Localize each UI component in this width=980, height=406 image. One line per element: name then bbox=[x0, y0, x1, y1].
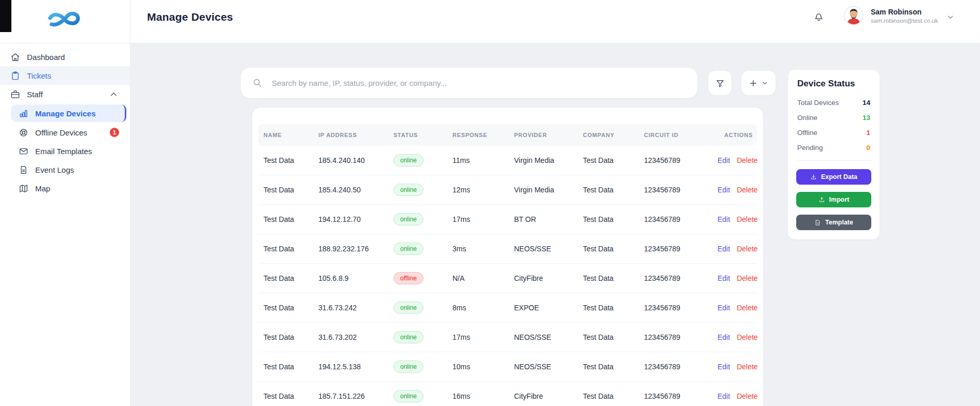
chevron-down-icon bbox=[762, 80, 768, 86]
table-row: Test Data185.4.240.50online12msVirgin Me… bbox=[258, 175, 757, 205]
sidebar-item-offline-devices[interactable]: Offline Devices1 bbox=[0, 123, 130, 142]
table-row: Test Data188.92.232.176online3msNEOS/SSE… bbox=[258, 234, 757, 264]
add-device-button[interactable] bbox=[741, 71, 776, 95]
home-icon bbox=[10, 52, 20, 62]
search-input[interactable] bbox=[272, 68, 686, 98]
sidebar-item-email-templates[interactable]: Email Templates bbox=[0, 142, 130, 160]
delete-link[interactable]: Delete bbox=[737, 392, 757, 400]
status-cell: online bbox=[393, 390, 452, 402]
company: Test Data bbox=[583, 245, 644, 253]
search-icon bbox=[252, 78, 262, 88]
stat-row-pending: Pending0 bbox=[797, 144, 870, 152]
column-header-company: COMPANY bbox=[583, 132, 644, 138]
filter-button[interactable] bbox=[708, 71, 732, 95]
sidebar-item-label: Offline Devices bbox=[35, 128, 87, 137]
panel-buttons: Export DataImportTemplate bbox=[796, 169, 871, 230]
edit-link[interactable]: Edit bbox=[718, 156, 730, 164]
delete-link[interactable]: Delete bbox=[737, 215, 757, 223]
sidebar-item-label: Staff bbox=[27, 90, 43, 99]
device-name: Test Data bbox=[264, 304, 318, 312]
delete-link[interactable]: Delete bbox=[737, 156, 757, 164]
response-time: 12ms bbox=[452, 186, 514, 194]
stat-label: Online bbox=[797, 114, 817, 122]
edit-link[interactable]: Edit bbox=[718, 215, 730, 223]
actions-cell: EditDelete bbox=[718, 304, 762, 312]
circuit-id: 123456789 bbox=[644, 156, 718, 164]
actions-cell: EditDelete bbox=[718, 245, 762, 253]
company: Test Data bbox=[583, 156, 644, 164]
circuit-id: 123456789 bbox=[644, 274, 718, 282]
user-name: Sam Robinson bbox=[871, 8, 922, 16]
user-menu-chevron-down-icon[interactable] bbox=[946, 13, 955, 21]
sidebar-item-dashboard[interactable]: Dashboard bbox=[0, 48, 130, 66]
delete-link[interactable]: Delete bbox=[737, 363, 757, 371]
sidebar-logo-area bbox=[0, 0, 130, 43]
sidebar: DashboardTicketsStaffManage DevicesOffli… bbox=[0, 0, 130, 406]
delete-link[interactable]: Delete bbox=[737, 304, 757, 312]
delete-link[interactable]: Delete bbox=[737, 333, 757, 341]
delete-link[interactable]: Delete bbox=[737, 274, 757, 282]
provider: CityFibre bbox=[514, 274, 583, 282]
document-icon bbox=[814, 219, 821, 226]
page-title: Manage Devices bbox=[147, 11, 233, 23]
sidebar-item-tickets[interactable]: Tickets bbox=[0, 66, 130, 85]
user-avatar[interactable] bbox=[844, 6, 864, 25]
column-header-provider: PROVIDER bbox=[514, 132, 583, 138]
ip-address: 105.6.8.9 bbox=[318, 274, 393, 282]
edit-link[interactable]: Edit bbox=[718, 274, 730, 282]
device-name: Test Data bbox=[264, 333, 318, 341]
table-row: Test Data194.12.5.138online10msNEOS/SSET… bbox=[258, 352, 757, 382]
ip-address: 194.12.5.138 bbox=[318, 363, 393, 371]
response-time: 16ms bbox=[452, 392, 514, 400]
company: Test Data bbox=[583, 363, 644, 371]
device-name: Test Data bbox=[264, 245, 318, 253]
delete-link[interactable]: Delete bbox=[737, 245, 757, 253]
response-time: N/A bbox=[452, 274, 514, 282]
stat-value: 14 bbox=[862, 99, 870, 107]
edit-link[interactable]: Edit bbox=[718, 186, 730, 194]
response-time: 10ms bbox=[452, 363, 514, 371]
sidebar-item-map[interactable]: Map bbox=[0, 179, 130, 198]
status-cell: online bbox=[393, 243, 452, 255]
sidebar-item-label: Tickets bbox=[27, 71, 51, 80]
device-name: Test Data bbox=[264, 156, 318, 164]
user-email: sam.robinson@test.co.uk bbox=[871, 18, 938, 24]
export-data-button[interactable]: Export Data bbox=[796, 169, 871, 185]
company: Test Data bbox=[583, 186, 644, 194]
delete-link[interactable]: Delete bbox=[737, 186, 757, 194]
sidebar-item-event-logs[interactable]: Event Logs bbox=[0, 160, 130, 179]
panel-divider bbox=[796, 160, 871, 161]
stat-label: Pending bbox=[797, 144, 823, 152]
import-button[interactable]: Import bbox=[796, 192, 871, 207]
column-header-circuit-id: CIRCUIT ID bbox=[644, 132, 718, 138]
provider: EXPOE bbox=[514, 304, 583, 312]
company: Test Data bbox=[583, 333, 644, 341]
column-header-name: NAME bbox=[264, 132, 318, 138]
edit-link[interactable]: Edit bbox=[718, 333, 730, 341]
edit-link[interactable]: Edit bbox=[718, 304, 730, 312]
lifebuoy-icon bbox=[19, 128, 28, 138]
plus-icon bbox=[749, 79, 758, 88]
notification-bell-icon[interactable] bbox=[813, 10, 825, 22]
status-cell: online bbox=[393, 184, 452, 196]
sidebar-item-label: Map bbox=[35, 184, 50, 193]
status-badge: online bbox=[393, 390, 423, 402]
edit-link[interactable]: Edit bbox=[718, 392, 730, 400]
template-button[interactable]: Template bbox=[796, 215, 871, 230]
circuit-id: 123456789 bbox=[644, 245, 718, 253]
edit-link[interactable]: Edit bbox=[718, 363, 730, 371]
device-name: Test Data bbox=[264, 274, 318, 282]
device-name: Test Data bbox=[264, 186, 318, 194]
edit-link[interactable]: Edit bbox=[718, 245, 730, 253]
actions-cell: EditDelete bbox=[718, 274, 762, 282]
offline-count-badge: 1 bbox=[110, 128, 119, 137]
sidebar-item-staff[interactable]: Staff bbox=[0, 85, 130, 103]
brand-logo-icon bbox=[46, 8, 83, 32]
circuit-id: 123456789 bbox=[644, 304, 718, 312]
sidebar-item-manage-devices[interactable]: Manage Devices bbox=[11, 104, 126, 122]
status-badge: online bbox=[393, 243, 423, 255]
stat-label: Offline bbox=[797, 129, 817, 137]
ip-address: 185.7.151.226 bbox=[318, 392, 393, 400]
table-row: Test Data185.4.240.140online11msVirgin M… bbox=[258, 146, 757, 175]
clipboard-icon bbox=[10, 71, 20, 81]
